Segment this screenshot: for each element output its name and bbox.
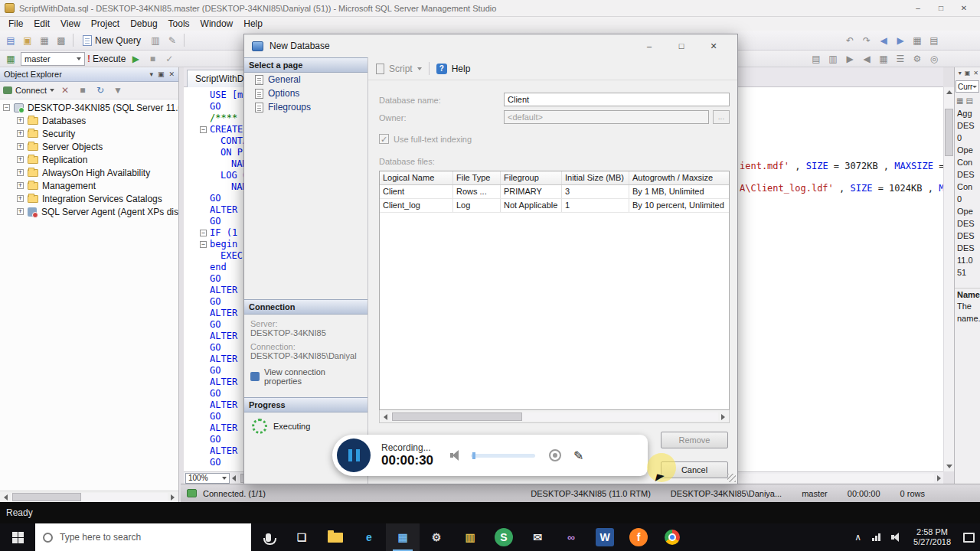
- edge-icon[interactable]: e: [352, 523, 386, 551]
- scroll-right-icon[interactable]: [168, 493, 177, 501]
- grid-row[interactable]: Client_logLogNot Applicable1By 10 percen…: [380, 199, 729, 213]
- dialog-close-button[interactable]: ✕: [697, 37, 730, 55]
- dialog-maximize-button[interactable]: □: [665, 37, 697, 55]
- fold-icon[interactable]: −: [200, 230, 207, 236]
- grid-header-cell[interactable]: Autogrowth / Maxsize: [629, 171, 729, 184]
- page-item-filegroups[interactable]: Filegroups: [244, 100, 368, 114]
- expand-icon[interactable]: +: [17, 156, 24, 163]
- indent-icon[interactable]: ▶: [842, 51, 858, 66]
- expand-icon[interactable]: +: [17, 143, 24, 150]
- expand-icon[interactable]: +: [17, 182, 24, 189]
- tree-item-alwayson-high-availability[interactable]: +AlwaysOn High Availability: [0, 166, 178, 179]
- remove-button[interactable]: Remove: [661, 432, 728, 448]
- uncomment-icon[interactable]: ▥: [825, 51, 841, 66]
- owner-input[interactable]: [504, 110, 709, 124]
- taskbar-search-box[interactable]: Type here to search: [35, 523, 251, 551]
- script-button[interactable]: Script: [389, 64, 413, 74]
- grid-header-cell[interactable]: Filegroup: [501, 171, 562, 184]
- intellisense-icon[interactable]: ◎: [926, 51, 942, 66]
- menu-item-file[interactable]: File: [3, 18, 28, 30]
- tree-item-integration-services-catalogs[interactable]: +Integration Services Catalogs: [0, 192, 178, 205]
- tree-item-management[interactable]: +Management: [0, 179, 178, 192]
- chrome-icon[interactable]: [655, 523, 689, 551]
- network-icon[interactable]: [867, 533, 886, 541]
- expand-icon[interactable]: +: [17, 117, 24, 124]
- mic-icon[interactable]: [251, 523, 285, 551]
- firefox-icon[interactable]: f: [622, 523, 655, 551]
- scroll-right-icon[interactable]: [719, 412, 727, 421]
- expand-icon[interactable]: +: [17, 208, 24, 215]
- grid-row[interactable]: ClientRows ...PRIMARY3By 1 MB, Unlimited: [380, 185, 729, 199]
- categorized-icon[interactable]: ▦: [956, 96, 963, 105]
- page-item-options[interactable]: Options: [244, 86, 368, 100]
- dialog-minimize-button[interactable]: –: [633, 37, 665, 55]
- webcam-icon[interactable]: [549, 449, 561, 461]
- menu-item-tools[interactable]: Tools: [163, 18, 195, 30]
- settings-icon[interactable]: ⚙: [420, 523, 453, 551]
- owner-browse-button[interactable]: ...: [713, 110, 730, 124]
- word-icon[interactable]: W: [588, 523, 622, 551]
- new-query-button[interactable]: New Query: [77, 33, 146, 48]
- tree-item-server[interactable]: −DESKTOP-34KNI85 (SQL Server 11.0.21: [0, 101, 178, 114]
- disconnect-icon[interactable]: ✕: [57, 83, 73, 98]
- database-selector[interactable]: master: [21, 52, 85, 66]
- scroll-right-icon[interactable]: [935, 474, 943, 482]
- grid-header-cell[interactable]: Logical Name: [380, 171, 453, 184]
- parse-icon[interactable]: ✓: [162, 51, 177, 66]
- tree-item-security[interactable]: +Security: [0, 127, 178, 140]
- results-grid-icon[interactable]: ▦: [876, 51, 891, 66]
- file-explorer-icon[interactable]: [318, 523, 352, 551]
- database-name-input[interactable]: [504, 93, 730, 106]
- mail-icon[interactable]: ✉: [521, 523, 554, 551]
- dialog-title-bar[interactable]: New Database – □ ✕: [244, 34, 737, 57]
- grid-header-cell[interactable]: Initial Size (MB): [562, 171, 629, 184]
- filter-icon[interactable]: ▼: [110, 83, 126, 98]
- refresh-icon[interactable]: ↻: [93, 83, 108, 98]
- undo-icon[interactable]: ↶: [842, 33, 858, 47]
- outdent-icon[interactable]: ◀: [859, 51, 874, 66]
- resize-grip[interactable]: [727, 474, 736, 482]
- close-icon[interactable]: ✕: [168, 70, 175, 78]
- stop-icon[interactable]: ■: [75, 83, 90, 98]
- close-icon[interactable]: ✕: [973, 70, 978, 77]
- window-minimize-button[interactable]: –: [906, 2, 929, 15]
- new-file-icon[interactable]: ▤: [3, 33, 18, 47]
- navigate-back-icon[interactable]: ◀: [876, 33, 891, 47]
- pin-icon[interactable]: ▣: [158, 70, 165, 78]
- redo-icon[interactable]: ↷: [859, 33, 874, 47]
- menu-item-edit[interactable]: Edit: [28, 18, 55, 30]
- navigate-forward-icon[interactable]: ▶: [893, 33, 908, 47]
- available-databases-icon[interactable]: ▦: [3, 51, 18, 66]
- view-connection-properties-link[interactable]: View connection properties: [244, 360, 368, 386]
- stop-icon[interactable]: ■: [145, 51, 160, 66]
- management-tool-icon[interactable]: ▥: [453, 523, 487, 551]
- results-text-icon[interactable]: ☰: [893, 51, 908, 66]
- execute-button[interactable]: ! Execute: [87, 54, 126, 64]
- save-icon[interactable]: ▦: [37, 33, 52, 47]
- ssms-icon[interactable]: ▦: [386, 523, 420, 551]
- fulltext-checkbox[interactable]: ✓: [379, 134, 389, 144]
- start-button[interactable]: [0, 523, 35, 551]
- fold-icon[interactable]: −: [200, 126, 207, 133]
- open-file-icon[interactable]: ▣: [20, 33, 35, 47]
- new-query-doc-icon[interactable]: ▥: [148, 33, 163, 47]
- vscroll-thumb[interactable]: [945, 109, 953, 156]
- pencil-icon[interactable]: ✎: [573, 448, 583, 463]
- alphabetical-icon[interactable]: ▤: [965, 96, 972, 105]
- menu-item-window[interactable]: Window: [195, 18, 239, 30]
- editor-vscrollbar[interactable]: [943, 87, 954, 471]
- volume-icon[interactable]: [886, 533, 906, 542]
- activity-monitor-icon[interactable]: ▦: [910, 33, 925, 47]
- grid-hscrollbar[interactable]: [379, 410, 730, 423]
- chevron-down-icon[interactable]: [417, 67, 422, 70]
- tree-item-server-objects[interactable]: +Server Objects: [0, 140, 178, 153]
- edit-icon[interactable]: ✎: [165, 33, 180, 47]
- menu-item-debug[interactable]: Debug: [125, 18, 162, 30]
- query-options-icon[interactable]: ⚙: [910, 51, 925, 66]
- registered-servers-icon[interactable]: ▤: [926, 33, 942, 47]
- scroll-left-icon[interactable]: [2, 493, 10, 501]
- action-center-icon[interactable]: [958, 533, 980, 543]
- scroll-down-icon[interactable]: [945, 462, 953, 471]
- object-explorer-header[interactable]: Object Explorer ▾▣✕: [0, 67, 178, 82]
- pin-icon[interactable]: ▣: [965, 70, 971, 77]
